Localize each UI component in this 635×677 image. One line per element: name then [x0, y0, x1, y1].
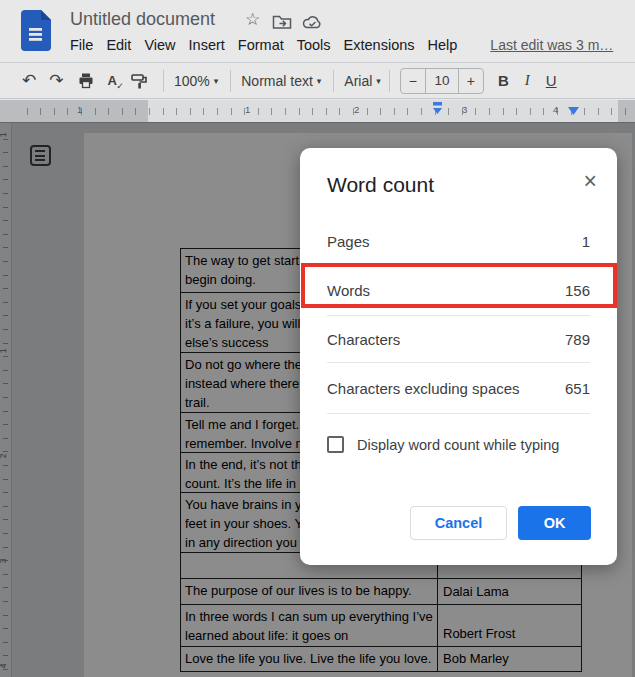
- author-cell[interactable]: Bob Marley: [438, 647, 581, 671]
- stat-row-characters-excl: Characters excluding spaces 651: [327, 363, 590, 414]
- ruler-mark: 1: [245, 104, 250, 115]
- ruler-mark: 1: [0, 349, 8, 354]
- move-folder-icon[interactable]: [272, 14, 292, 30]
- stat-value: 1: [582, 233, 590, 250]
- horizontal-ruler[interactable]: 1 1 2 3 4: [0, 100, 635, 123]
- header: Untitled document ☆ File Edit View Inser…: [0, 0, 635, 62]
- menu-help[interactable]: Help: [428, 37, 458, 53]
- cancel-button[interactable]: Cancel: [410, 506, 507, 540]
- bold-button[interactable]: B: [498, 72, 509, 89]
- checkbox[interactable]: [327, 436, 344, 453]
- menu-extensions[interactable]: Extensions: [344, 37, 415, 53]
- cloud-saved-icon: [302, 14, 323, 30]
- stat-label: Characters: [327, 331, 400, 348]
- menu-edit[interactable]: Edit: [106, 37, 131, 53]
- stat-label: Words: [327, 282, 370, 299]
- spellcheck-check: ✓: [116, 82, 124, 91]
- dialog-title: Word count: [327, 173, 434, 197]
- spellcheck-icon[interactable]: A ✓: [108, 74, 117, 87]
- ruler-mark: 1: [77, 104, 82, 115]
- stat-value: 156: [565, 282, 590, 299]
- word-count-stats: Pages 1 Words 156 Characters 789 Charact…: [327, 217, 590, 414]
- quote-line: learned about life: it goes on: [185, 626, 435, 645]
- print-icon[interactable]: [77, 72, 95, 90]
- document-outline-icon[interactable]: [30, 145, 51, 166]
- font-size-value[interactable]: 10: [425, 69, 459, 93]
- menu-view[interactable]: View: [144, 37, 175, 53]
- stat-label: Characters excluding spaces: [327, 380, 520, 397]
- document-title[interactable]: Untitled document: [70, 9, 215, 30]
- right-indent-marker-icon[interactable]: [567, 106, 580, 116]
- ruler-mark: 4: [0, 664, 8, 669]
- vertical-ruler[interactable]: 1 1 2 3 4: [0, 122, 12, 677]
- paint-format-icon[interactable]: [130, 72, 148, 90]
- chevron-down-icon: ▾: [317, 76, 322, 86]
- decrease-font-button[interactable]: −: [401, 73, 425, 89]
- quote-cell[interactable]: In three words I can sum up everything I…: [181, 605, 438, 646]
- toolbar-divider: [230, 70, 231, 92]
- ruler-mark: 3: [462, 104, 467, 115]
- google-docs-app: Untitled document ☆ File Edit View Inser…: [0, 0, 635, 677]
- stat-row-characters: Characters 789: [327, 316, 590, 363]
- checkbox-label: Display word count while typing: [357, 437, 559, 453]
- menu-insert[interactable]: Insert: [189, 37, 225, 53]
- increase-font-button[interactable]: +: [459, 73, 483, 89]
- quote-cell[interactable]: The purpose of our lives is to be happy.: [181, 579, 438, 604]
- ruler-mark: 2: [0, 454, 8, 459]
- google-docs-logo[interactable]: [21, 10, 51, 51]
- font-size-stepper: − 10 +: [400, 68, 484, 94]
- table-row[interactable]: Love the life you live. Live the life yo…: [181, 647, 581, 671]
- app-chrome: Untitled document ☆ File Edit View Inser…: [0, 0, 635, 122]
- ok-button[interactable]: OK: [518, 506, 591, 540]
- redo-icon[interactable]: ↷: [49, 72, 63, 89]
- author-cell[interactable]: Dalai Lama: [438, 579, 581, 604]
- zoom-select[interactable]: 100%: [174, 73, 210, 89]
- display-while-typing-option[interactable]: Display word count while typing: [327, 436, 559, 453]
- indent-marker-icon[interactable]: [431, 102, 444, 118]
- author-cell[interactable]: Robert Frost: [438, 605, 581, 646]
- toolbar-divider: [389, 70, 390, 92]
- ruler-mark: 1: [0, 133, 8, 138]
- menu-tools[interactable]: Tools: [297, 37, 331, 53]
- vertical-ruler-ticks: [3, 126, 8, 673]
- undo-icon[interactable]: ↶: [22, 72, 36, 89]
- star-icon[interactable]: ☆: [245, 11, 260, 28]
- stat-label: Pages: [327, 233, 370, 250]
- ruler-mark: 2: [354, 104, 359, 115]
- stat-row-words: Words 156: [327, 266, 590, 316]
- quote-line: The purpose of our lives is to be happy.: [185, 581, 435, 600]
- stat-value: 651: [565, 380, 590, 397]
- menu-file[interactable]: File: [70, 37, 93, 53]
- stat-row-pages: Pages 1: [327, 217, 590, 266]
- chevron-down-icon: ▾: [214, 76, 219, 86]
- chevron-down-icon: ▾: [376, 76, 381, 86]
- last-edit-link[interactable]: Last edit was 3 m…: [490, 37, 613, 53]
- font-select[interactable]: Arial: [344, 73, 372, 89]
- underline-button[interactable]: U: [546, 72, 557, 89]
- menu-format[interactable]: Format: [238, 37, 284, 53]
- quote-line: In three words I can sum up everything I…: [185, 607, 435, 626]
- ruler-mark: 4: [553, 104, 558, 115]
- stat-value: 789: [565, 331, 590, 348]
- close-icon[interactable]: ×: [584, 170, 597, 193]
- italic-button[interactable]: I: [525, 72, 530, 89]
- ruler-ticks: [14, 108, 629, 115]
- dialog-buttons: Cancel OK: [410, 506, 591, 540]
- toolbar-divider: [333, 70, 334, 92]
- table-row[interactable]: In three words I can sum up everything I…: [181, 605, 581, 647]
- menu-bar: File Edit View Insert Format Tools Exten…: [70, 37, 613, 53]
- quote-cell[interactable]: Love the life you live. Live the life yo…: [181, 647, 438, 671]
- paragraph-style-select[interactable]: Normal text: [241, 73, 313, 89]
- word-count-dialog: Word count × Pages 1 Words 156 Character…: [300, 148, 617, 565]
- table-row[interactable]: The purpose of our lives is to be happy.…: [181, 579, 581, 605]
- toolbar: ↶ ↷ A ✓ 100% ▾: [0, 62, 635, 99]
- toolbar-divider: [163, 70, 164, 92]
- ruler-mark: 3: [0, 559, 8, 564]
- quote-line: Love the life you live. Live the life yo…: [185, 649, 435, 668]
